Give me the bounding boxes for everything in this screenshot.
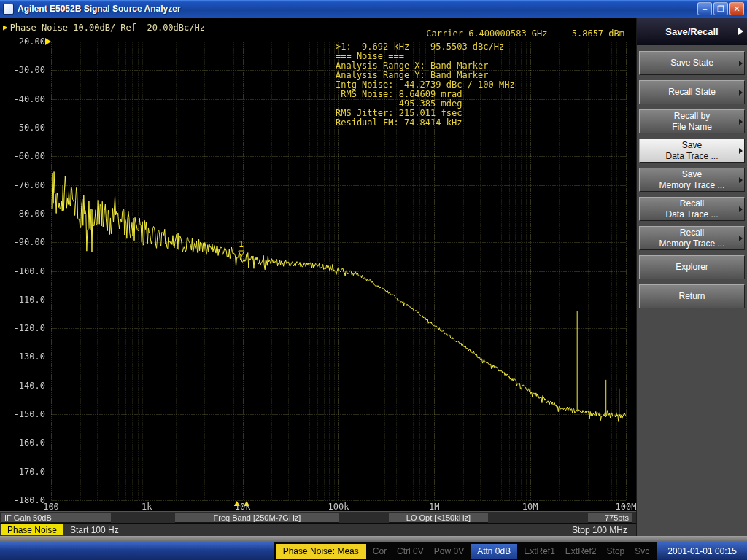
status-svc: Svc: [630, 542, 654, 560]
softkey-return[interactable]: Return: [639, 284, 745, 308]
y-axis-label: -50.00: [0, 122, 45, 133]
submenu-arrow-icon: [739, 61, 743, 66]
submenu-arrow-icon: [739, 119, 743, 125]
phase-noise-plot[interactable]: [0, 18, 636, 511]
y-axis-label: -90.00: [0, 237, 45, 247]
status-extref1: ExtRef1: [519, 542, 560, 560]
y-axis-label: -130.0: [0, 351, 45, 362]
clock[interactable]: 2001-01-01 00:15: [657, 542, 747, 560]
if-gain-status: IF Gain 50dB: [1, 513, 111, 523]
softkey-menu-title: Save/Recall: [665, 26, 718, 37]
softkey-save-data-trace[interactable]: SaveData Trace ...: [639, 139, 745, 163]
measurement-screen: ▶ Phase Noise 10.00dB/ Ref -20.00dBc/Hz …: [0, 18, 636, 511]
active-trace-icon: ▶: [3, 23, 8, 33]
y-axis-label: -180.0: [0, 495, 45, 505]
carrier-readout: Carrier 6.400000583 GHz -5.8657 dBm: [426, 28, 624, 39]
menu-more-icon: [738, 28, 743, 35]
x-axis-label: 100: [43, 502, 59, 511]
y-axis-label: -20.00: [0, 36, 45, 47]
softkey-recall-data-trace[interactable]: RecallData Trace ...: [639, 197, 745, 221]
softkey-save-memory-trace[interactable]: SaveMemory Trace ...: [639, 168, 745, 192]
softkey-menu: Save/Recall Save StateRecall StateRecall…: [636, 18, 747, 536]
submenu-arrow-icon: [739, 148, 743, 154]
x-axis-label: 10M: [522, 502, 538, 511]
app-icon: [3, 4, 14, 15]
minimize-button[interactable]: –: [697, 2, 712, 15]
status-phase-noise-meas[interactable]: Phase Noise: Meas: [276, 544, 366, 559]
softkey-save-state[interactable]: Save State: [639, 51, 745, 75]
softkey-menu-header: Save/Recall: [637, 18, 747, 45]
marker-analysis-readout: >1: 9.692 kHz -95.5503 dBc/Hz=== Noise =…: [336, 42, 515, 128]
x-axis-label: 1M: [429, 502, 439, 511]
submenu-arrow-icon: [739, 236, 743, 241]
close-button[interactable]: ✕: [729, 2, 744, 15]
hardware-status-bar: IF Gain 50dB Freq Band [250M-7GHz] LO Op…: [0, 511, 636, 523]
submenu-arrow-icon: [739, 90, 743, 96]
x-axis-label: 10k: [235, 502, 251, 511]
freq-band-status: Freq Band [250M-7GHz]: [175, 513, 339, 523]
y-axis-label: -100.0: [0, 266, 45, 276]
points-status: 775pts: [588, 513, 632, 523]
y-axis-label: -80.00: [0, 209, 45, 219]
maximize-button[interactable]: ❐: [713, 2, 728, 15]
y-axis-label: -110.0: [0, 295, 45, 305]
status-ctrl-0v: Ctrl 0V: [392, 542, 429, 560]
titlebar: Agilent E5052B Signal Source Analyzer – …: [0, 0, 747, 18]
window-title: Agilent E5052B Signal Source Analyzer: [18, 4, 697, 14]
softkey-button-list: Save StateRecall StateRecall byFile Name…: [637, 51, 747, 308]
status-bar-spacer: [0, 542, 274, 560]
x-axis-label: 100M: [616, 502, 636, 511]
trace-scale-label: Phase Noise 10.00dB/ Ref -20.00dBc/Hz: [10, 23, 205, 33]
y-axis-label: -140.0: [0, 381, 45, 391]
window-controls: – ❐ ✕: [697, 2, 744, 15]
status-indicator-list: Phase Noise: MeasCorCtrl 0VPow 0VAttn 0d…: [274, 542, 655, 560]
sweep-start-label: Start 100 Hz: [70, 525, 119, 535]
y-axis-label: -40.00: [0, 94, 45, 104]
instrument-window: Agilent E5052B Signal Source Analyzer – …: [0, 0, 747, 560]
status-attn-0db[interactable]: Attn 0dB: [471, 544, 517, 559]
y-axis-label: -70.00: [0, 180, 45, 190]
sweep-range-bar: Phase Noise Start 100 Hz Stop 100 MHz: [0, 523, 636, 536]
y-axis-label: -170.0: [0, 467, 45, 477]
y-axis-label: -150.0: [0, 409, 45, 419]
y-axis-label: -160.0: [0, 438, 45, 448]
instrument-status-bar: Phase Noise: MeasCorCtrl 0VPow 0VAttn 0d…: [0, 542, 747, 560]
carrier-frequency: Carrier 6.400000583 GHz: [426, 28, 547, 39]
y-axis-label: -60.00: [0, 151, 45, 161]
softkey-explorer[interactable]: Explorer: [639, 255, 745, 279]
status-extref2: ExtRef2: [560, 542, 602, 560]
softkey-recall-by-file-name[interactable]: Recall byFile Name: [639, 109, 745, 133]
divider: [0, 536, 747, 542]
active-trace-tag: Phase Noise: [1, 524, 63, 535]
status-cor: Cor: [368, 542, 392, 560]
lo-opt-status: LO Opt [<150kHz]: [389, 513, 488, 523]
readout-line: Residual FM: 74.8414 kHz: [336, 118, 515, 128]
status-stop: Stop: [602, 542, 630, 560]
carrier-power: -5.8657 dBm: [567, 28, 624, 39]
softkey-recall-memory-trace[interactable]: RecallMemory Trace ...: [639, 226, 745, 250]
softkey-recall-state[interactable]: Recall State: [639, 80, 745, 104]
x-axis-label: 1k: [142, 502, 152, 511]
trace-scale-header: ▶ Phase Noise 10.00dB/ Ref -20.00dBc/Hz: [3, 23, 205, 33]
submenu-arrow-icon: [739, 177, 743, 183]
x-axis-label: 100k: [328, 502, 349, 511]
y-axis-label: -30.00: [0, 65, 45, 75]
y-axis-label: -120.0: [0, 323, 45, 333]
status-pow-0v: Pow 0V: [429, 542, 469, 560]
submenu-arrow-icon: [739, 206, 743, 212]
sweep-stop-label: Stop 100 MHz: [572, 525, 627, 535]
